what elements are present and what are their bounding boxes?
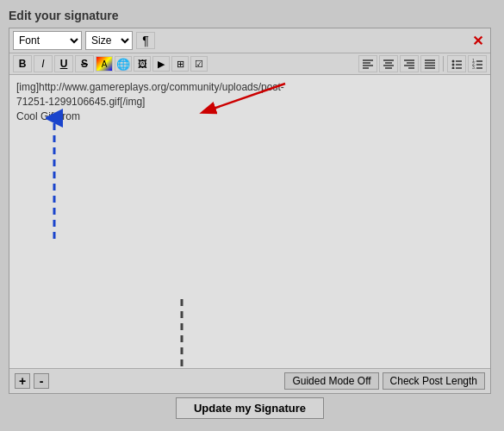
content-line2: 71251-1299106645.gif[/img] (16, 95, 483, 109)
globe-btn[interactable]: 🌐 (115, 56, 132, 72)
editor-content[interactable]: [img]http://www.gamereplays.org/communit… (9, 75, 490, 368)
page-title: Edit your signature (9, 9, 119, 22)
check-post-btn[interactable]: Check Post Length (383, 372, 485, 390)
underline-btn[interactable]: U (54, 55, 73, 72)
guided-mode-btn[interactable]: Guided Mode Off (284, 372, 378, 390)
bold-btn[interactable]: B (13, 55, 32, 72)
svg-text:3.: 3. (472, 65, 476, 69)
blue-dashed-arrow (46, 105, 63, 243)
toolbar-row2: B I U S A 🌐 🖼 ▶ ⊞ ☑ 1.2.3. (9, 53, 490, 75)
content-line3: Cool Gift from (16, 109, 483, 124)
italic-btn[interactable]: I (34, 55, 53, 72)
media-btn[interactable]: ▶ (152, 56, 170, 72)
special2-btn[interactable]: ☑ (190, 56, 208, 72)
dark-dashed-arrow (169, 295, 195, 368)
add-btn[interactable]: + (15, 373, 30, 389)
image-btn[interactable]: 🖼 (134, 56, 151, 72)
svg-point-20 (452, 67, 455, 70)
editor-container: Font Size ¶ ✕ B I U S A 🌐 🖼 ▶ ⊞ ☑ (9, 28, 491, 394)
footer-bar: + - Guided Mode Off Check Post Length (9, 368, 490, 393)
update-signature-btn[interactable]: Update my Signature (176, 397, 324, 419)
align-left-btn[interactable] (358, 55, 377, 72)
close-btn[interactable]: ✕ (469, 33, 487, 49)
strikethrough-btn[interactable]: S (75, 55, 94, 72)
align-right-btn[interactable] (400, 55, 419, 72)
list-unordered-btn[interactable] (447, 55, 466, 72)
svg-point-16 (452, 60, 455, 63)
paragraph-icon[interactable]: ¶ (136, 32, 155, 49)
list-ordered-btn[interactable]: 1.2.3. (468, 55, 487, 72)
separator1 (443, 56, 444, 72)
content-line1: [img]http://www.gamereplays.org/communit… (16, 80, 483, 95)
update-signature-row: Update my Signature (9, 397, 491, 419)
align-center-btn[interactable] (379, 55, 398, 72)
align-justify-btn[interactable] (420, 55, 439, 72)
color-swatch-btn[interactable]: A (96, 56, 113, 72)
size-select[interactable]: Size (85, 31, 133, 50)
font-select[interactable]: Font (13, 31, 82, 50)
svg-point-18 (452, 64, 455, 66)
toolbar-row1: Font Size ¶ ✕ (9, 28, 490, 53)
minus-btn[interactable]: - (34, 373, 49, 389)
special1-btn[interactable]: ⊞ (171, 56, 189, 72)
